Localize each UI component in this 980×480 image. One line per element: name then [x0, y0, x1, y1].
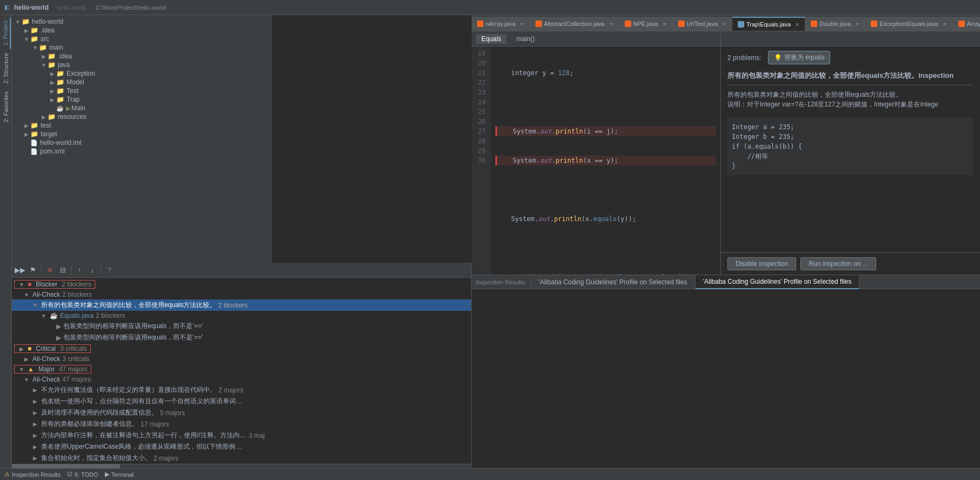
tab-npe[interactable]: NPE.java ✕	[619, 17, 673, 31]
tab-label: Exception\Equals.java	[879, 21, 938, 27]
fix-button[interactable]: 💡 替换为 equals	[768, 51, 831, 64]
close-icon[interactable]: ✕	[663, 21, 667, 27]
result-item-2[interactable]: ▶ ▶ 包装类型间的相等判断应该用equals，而不是'=='	[12, 332, 471, 343]
tab-urltest[interactable]: UrlTest.java ✕	[673, 17, 732, 31]
result-toolbar: ▶▶ ⚑ ✕ ⊟ ↑ ↓ ?	[12, 263, 471, 278]
tree-item-java[interactable]: ▼ 📁 java	[12, 61, 271, 69]
result-item-1[interactable]: ▶ ▶ 包装类型间的相等判断应该用equals，而不是'=='	[12, 321, 471, 332]
desc-title: 所有的包装类对象之间值的比较，全部使用equals方法比较。inspection	[727, 71, 974, 81]
arrow-icon: ▶	[23, 123, 30, 129]
project-icon: ◧	[4, 4, 10, 11]
result-equals-check[interactable]: ▼ 所有的包装类对象之间值的比较，全部使用equals方法比较。 2 block…	[12, 299, 471, 311]
result-blocker[interactable]: ▼ ■ Blocker 2 blockers	[12, 279, 471, 290]
close-btn[interactable]: ✕	[44, 264, 56, 276]
code-content[interactable]: integer y = 128; System.out.println(i ==…	[491, 46, 720, 275]
tab-main-method[interactable]: main()	[511, 34, 540, 44]
arrow-icon: ▼	[18, 282, 25, 288]
tree-item-exception[interactable]: ▶ 📁 Exception	[12, 69, 271, 78]
description-panel: 2 problems: 💡 替换为 equals 所有的包装类对象之间值的比较，…	[720, 31, 980, 275]
tree-label: Main	[71, 104, 85, 112]
result-critical[interactable]: ▶ ■ Critical 3 criticals	[12, 343, 471, 354]
tree-item-target[interactable]: ▶ 📁 target	[12, 130, 271, 138]
tree-item-idea[interactable]: ▶ 📁 .idea	[12, 26, 271, 35]
major-item-3[interactable]: ▶ 及时清理不再使用的代码段或配置信息。 5 majors	[12, 407, 471, 418]
tree-item-pom[interactable]: ▶ 📄 pom.xml	[12, 147, 271, 156]
close-icon[interactable]: ✕	[609, 21, 613, 27]
tree-item-test[interactable]: ▶ 📁 Test	[12, 86, 271, 95]
close-icon[interactable]: ✕	[722, 21, 726, 27]
close-icon[interactable]: ✕	[943, 21, 947, 27]
close-icon[interactable]: ✕	[520, 21, 524, 27]
tab-trap-equals[interactable]: Trap\Equals.java ✕	[732, 17, 805, 31]
run-icon: ▶	[66, 105, 70, 112]
tree-item-iml[interactable]: ▶ 📄 hello-world.iml	[12, 138, 271, 147]
tab-exception-equals[interactable]: Exception\Equals.java ✕	[865, 17, 952, 31]
close-icon[interactable]: ✕	[795, 22, 799, 28]
tree-label: src	[41, 35, 49, 43]
tab-abstractcollection[interactable]: AbstractCollection.java ✕	[530, 17, 619, 31]
filter-btn[interactable]: ⊟	[57, 264, 69, 276]
major-item-7[interactable]: ▶ 集合初始化时，指定集合初始值大小。 2 majors	[12, 452, 471, 464]
alicheck-count: 47 majors	[62, 376, 91, 383]
status-terminal[interactable]: ▶ Terminal	[105, 471, 134, 478]
item-label: 包装类型间的相等判断应该用equals，而不是'=='	[63, 322, 203, 331]
tree-item-resources[interactable]: ▶ 📁 resources	[12, 112, 271, 121]
java-icon	[958, 21, 965, 27]
tree-item-main[interactable]: ▼ 📁 main	[12, 43, 271, 52]
arrow-icon: ▼	[23, 36, 30, 42]
major-item-4[interactable]: ▶ 所有的类都必须添加创建者信息。 17 majors	[12, 418, 471, 430]
result-alicheck-m[interactable]: ▼ Ali-Check 47 majors	[12, 375, 471, 384]
tree-item-src[interactable]: ▼ 📁 src	[12, 35, 271, 43]
code-line-19: integer y = 128;	[495, 68, 716, 78]
result-alicheck-b[interactable]: ▼ Ali-Check 2 blockers	[12, 290, 471, 299]
tree-item-trap[interactable]: ▶ 📁 Trap	[12, 95, 271, 104]
tree-item-hello-world[interactable]: ▼ 📁 hello-world	[12, 17, 271, 26]
run-inspection-button[interactable]: Run inspection on ...	[800, 257, 876, 270]
expand-btn[interactable]: ⚑	[27, 264, 39, 276]
tree-label: Exception	[67, 70, 95, 77]
result-alicheck-c[interactable]: ▶ Ali-Check 3 criticals	[12, 354, 471, 364]
vtab-project[interactable]: 1: Project	[1, 17, 11, 49]
result-list: ▼ ■ Blocker 2 blockers ▼ Ali-Check 2 blo…	[12, 278, 471, 464]
disable-inspection-button[interactable]: Disable inspection	[727, 257, 796, 270]
arrow-icon: ▶	[18, 346, 25, 352]
check-count: 2 blockers	[218, 302, 248, 309]
major-item-2[interactable]: ▶ 包名统一使用小写，点分隔符之间有且仅有一个自然语义的英语单词，包名统一使用单…	[12, 396, 471, 407]
down-btn[interactable]: ↓	[87, 264, 98, 276]
major-item-5[interactable]: ▶ 方法内部单行注释，在被注释语句上方另起一行，使用//注释。方法内部多行注释使…	[12, 430, 471, 441]
code-line-23	[495, 185, 716, 195]
close-icon[interactable]: ✕	[855, 21, 859, 27]
question-btn[interactable]: ?	[103, 264, 115, 276]
tree-item-model[interactable]: ▶ 📁 Model	[12, 78, 271, 86]
major-item-1[interactable]: ▶ 不允许任何魔法值（即未经定义的常量）直接出现在代码中。 2 majors	[12, 384, 471, 396]
tab-arraysaslist[interactable]: ArrayAsList.java ✕	[953, 17, 980, 31]
tab-double[interactable]: Double.java ✕	[805, 17, 865, 31]
tab-oarray[interactable]: oArray.java ✕	[472, 17, 530, 31]
status-inspection[interactable]: ⚠ Inspection Results	[4, 471, 61, 478]
major-count: 47 majors	[59, 365, 88, 373]
item-label: 方法内部单行注释，在被注释语句上方另起一行，使用//注释。方法内部多行注释使用/…	[41, 431, 247, 440]
major-item-6[interactable]: ▶ 类名使用UpperCamelCase风格，必须遵从驼峰形式，但以下情形例外：…	[12, 441, 471, 452]
insp-tab-1[interactable]: 'Alibaba Coding Guidelines' Profile on S…	[531, 275, 696, 289]
editor-area: Equals main() 19 20 21 22 23 24 25 26 27	[472, 31, 720, 275]
insp-tab-2[interactable]: 'Alibaba Coding Guidelines' Profile on S…	[696, 275, 860, 289]
result-equals-file[interactable]: ▼ ☕ Equals.java 2 blockers	[12, 311, 471, 321]
tab-equals-method[interactable]: Equals	[476, 34, 507, 44]
tree-item-main-java[interactable]: ▶ ☕ ▶ Main	[12, 104, 271, 112]
up-btn[interactable]: ↑	[74, 264, 85, 276]
status-bar: ⚠ Inspection Results ☑ 6: TODO ▶ Termina…	[0, 468, 980, 480]
tree-label: .idea	[58, 52, 72, 60]
code-line-20	[495, 97, 716, 107]
vtab-favorites[interactable]: 2: Favorites	[2, 88, 10, 125]
result-major[interactable]: ▼ ▲ Major 47 majors	[12, 364, 471, 375]
vtab-structure[interactable]: 2: Structure	[2, 50, 10, 87]
status-todo[interactable]: ☑ 6: TODO	[67, 471, 98, 478]
arrow-icon: ▼	[23, 377, 30, 383]
collapse-btn[interactable]: ▶▶	[14, 264, 26, 276]
tree-item-test-folder[interactable]: ▶ 📁 test	[12, 121, 271, 130]
tab-label: oArray.java	[486, 21, 515, 27]
terminal-icon: ▶	[105, 471, 109, 478]
blocker-count: 2 blockers	[62, 281, 91, 288]
tree-item-idea2[interactable]: ▶ 📁 .idea	[12, 52, 271, 61]
folder-icon: 📁	[56, 87, 64, 95]
